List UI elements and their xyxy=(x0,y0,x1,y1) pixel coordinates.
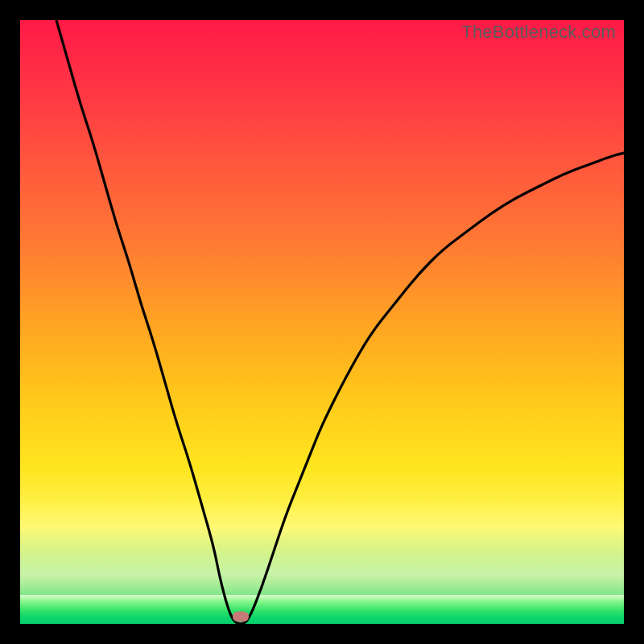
green-bottom-band xyxy=(20,595,624,624)
watermark-text: TheBottleneck.com xyxy=(461,22,616,43)
plot-area: TheBottleneck.com xyxy=(20,20,624,624)
outer-frame: TheBottleneck.com xyxy=(0,0,644,644)
optimal-point-marker xyxy=(233,612,249,622)
background-gradient xyxy=(20,20,624,624)
svg-rect-0 xyxy=(20,20,624,624)
